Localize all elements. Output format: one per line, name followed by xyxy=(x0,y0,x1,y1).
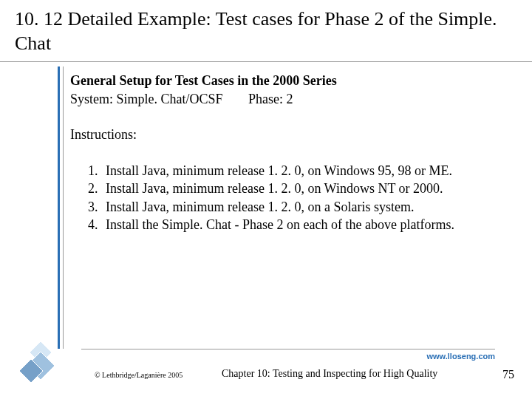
footer-divider xyxy=(81,349,495,349)
copyright: © Lethbridge/Laganière 2005 xyxy=(95,371,183,379)
system-value: Simple. Chat/OCSF xyxy=(117,92,223,106)
phase-value: 2 xyxy=(287,92,293,106)
instructions-list: Install Java, minimum release 1. 2. 0, o… xyxy=(70,163,491,233)
setup-heading: General Setup for Test Cases in the 2000… xyxy=(70,72,491,89)
phase-label: Phase xyxy=(248,92,279,106)
slide: 10. 12 Detailed Example: Test cases for … xyxy=(0,0,532,399)
setup-line: System: Simple. Chat/OCSF Phase: 2 xyxy=(70,91,491,108)
chapter-label: Chapter 10: Testing and Inspecting for H… xyxy=(222,368,437,380)
page-number: 75 xyxy=(502,368,514,381)
title-divider xyxy=(0,61,532,62)
footer-url: www.lloseng.com xyxy=(427,352,496,361)
system-label: System xyxy=(70,92,109,106)
list-item: Install Java, minimum release 1. 2. 0, o… xyxy=(101,180,491,197)
list-item: Install Java, minimum release 1. 2. 0, o… xyxy=(101,199,491,216)
slide-title: 10. 12 Detailed Example: Test cases for … xyxy=(0,0,532,60)
instructions-label: Instructions: xyxy=(70,126,491,143)
accent-bar-thin xyxy=(63,66,64,349)
list-item: Install Java, minimum release 1. 2. 0, o… xyxy=(101,163,491,180)
content-area: General Setup for Test Cases in the 2000… xyxy=(70,72,491,235)
accent-bar xyxy=(58,66,60,349)
list-item: Install the Simple. Chat - Phase 2 on ea… xyxy=(101,216,491,233)
footer: © Lethbridge/Laganière 2005 Chapter 10: … xyxy=(0,371,532,389)
